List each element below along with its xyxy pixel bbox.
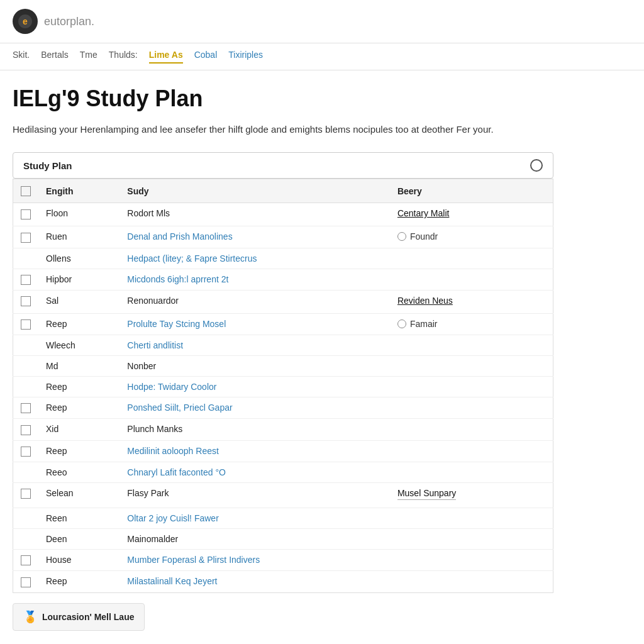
main-content: IELg'9 Study Plan Hedilasing your Herenl… [0, 70, 566, 644]
extra-cell [525, 440, 553, 462]
table-row: HouseMumber Foperasl & Plirst Indivers [13, 550, 553, 571]
sudy-cell[interactable]: Micdonds 6igh:l aprrent 2t [119, 269, 390, 290]
engith-cell: Hipbor [38, 269, 119, 290]
row-checkbox[interactable] [21, 489, 31, 499]
logo-dot: . [91, 15, 94, 28]
dropdown-label: Study Plan [23, 160, 72, 171]
col-header-extra [525, 179, 553, 203]
beery-cell [390, 397, 525, 419]
table-row: MdNonber [13, 356, 553, 377]
table-row: ReepProlulte Tay Stcing MoselFamair [13, 313, 553, 335]
header-checkbox[interactable] [21, 186, 31, 196]
sudy-cell[interactable]: Hodpe: Twidary Coolor [119, 377, 390, 397]
row-checkbox[interactable] [21, 209, 31, 219]
extra-cell [525, 462, 553, 483]
col-header-sudy: Sudy [119, 179, 390, 203]
extra-cell [525, 335, 553, 356]
engith-cell: Reeo [38, 462, 119, 483]
beery-cell [390, 571, 525, 592]
engith-cell: Selean [38, 483, 119, 508]
table-header-row: Engith Sudy Beery [13, 179, 553, 203]
footer-button[interactable]: 🏅 Lourcasion' Mell Laue [13, 603, 145, 631]
row-checkbox[interactable] [21, 296, 31, 306]
extra-cell [525, 397, 553, 419]
nav-item-skit[interactable]: Skit. [13, 50, 30, 64]
table-row: WleechCherti andlitist [13, 335, 553, 356]
table-row: DeenMainomalder [13, 529, 553, 550]
sudy-cell[interactable]: Denal and Prish Manolines [119, 226, 390, 248]
beery-cell[interactable]: Centary Malit [390, 203, 525, 226]
radio-button[interactable] [397, 319, 406, 328]
extra-cell [525, 508, 553, 529]
extra-cell [525, 226, 553, 248]
beery-cell[interactable]: Musel Sunpary [390, 483, 525, 508]
footer-icon: 🏅 [23, 610, 37, 624]
svg-text:e: e [23, 16, 28, 26]
row-checkbox[interactable] [21, 447, 31, 457]
row-checkbox[interactable] [21, 555, 31, 565]
study-plan-table: Engith Sudy Beery FloonRodort MlsCentary… [13, 179, 553, 593]
beery-cell [390, 529, 525, 550]
beery-cell [390, 335, 525, 356]
extra-cell [525, 269, 553, 290]
beery-cell [390, 377, 525, 397]
row-checkbox[interactable] [21, 319, 31, 330]
engith-cell: Sal [38, 290, 119, 313]
beery-cell[interactable]: Foundr [390, 226, 525, 248]
beery-cell[interactable]: Reviden Neus [390, 290, 525, 313]
extra-cell [525, 377, 553, 397]
table-row: HipborMicdonds 6igh:l aprrent 2t [13, 269, 553, 290]
beery-cell [390, 248, 525, 269]
col-header-beery: Beery [390, 179, 525, 203]
extra-cell [525, 248, 553, 269]
sudy-cell[interactable]: Prolulte Tay Stcing Mosel [119, 313, 390, 335]
header: e eutorplan. [0, 0, 644, 43]
sudy-cell[interactable]: Oltar 2 joy Cuisl! Fawer [119, 508, 390, 529]
sudy-cell[interactable]: Hedpact (litey; & Fapre Stirtecrus [119, 248, 390, 269]
radio-button[interactable] [397, 232, 406, 241]
engith-cell: Reep [38, 571, 119, 592]
sudy-cell[interactable]: Cherti andlitist [119, 335, 390, 356]
nav-item-cobal[interactable]: Cobal [194, 50, 218, 64]
nav-item-tixiriples[interactable]: Tixiriples [228, 50, 263, 64]
beery-cell [390, 440, 525, 462]
row-checkbox[interactable] [21, 403, 31, 413]
extra-cell [525, 356, 553, 377]
sudy-cell[interactable]: Milastalinall Keq Jeyert [119, 571, 390, 592]
engith-cell: Reep [38, 440, 119, 462]
nav-item-bertals[interactable]: Bertals [41, 50, 69, 64]
engith-cell: Deen [38, 529, 119, 550]
engith-cell: Reep [38, 313, 119, 335]
table-row: RuenDenal and Prish ManolinesFoundr [13, 226, 553, 248]
col-header-engith: Engith [38, 179, 119, 203]
sudy-cell: Flasy Park [119, 483, 390, 508]
table-row: OllensHedpact (litey; & Fapre Stirtecrus [13, 248, 553, 269]
row-checkbox[interactable] [21, 233, 31, 243]
sudy-cell[interactable]: Medilinit aolooph Reest [119, 440, 390, 462]
table-row: ReeoChnaryl Lafit faconted °O [13, 462, 553, 483]
beery-cell[interactable]: Famair [390, 313, 525, 335]
engith-cell: House [38, 550, 119, 571]
nav-item-thulds[interactable]: Thulds: [109, 50, 138, 64]
nav-item-tme[interactable]: Tme [80, 50, 97, 64]
sudy-cell[interactable]: Chnaryl Lafit faconted °O [119, 462, 390, 483]
logo-name: eutorplan [44, 15, 91, 28]
sudy-cell: Rodort Mls [119, 203, 390, 226]
row-checkbox[interactable] [21, 425, 31, 435]
engith-cell: Wleech [38, 335, 119, 356]
beery-input[interactable]: Musel Sunpary [397, 488, 456, 500]
extra-cell [525, 483, 553, 508]
row-checkbox[interactable] [21, 577, 31, 587]
engith-cell: Reep [38, 397, 119, 419]
nav-item-lime-as[interactable]: Lime As [149, 50, 183, 64]
study-plan-dropdown[interactable]: Study Plan [13, 152, 553, 179]
extra-cell [525, 203, 553, 226]
engith-cell: Ollens [38, 248, 119, 269]
extra-cell [525, 313, 553, 335]
sudy-cell[interactable]: Mumber Foperasl & Plirst Indivers [119, 550, 390, 571]
engith-cell: Reen [38, 508, 119, 529]
sudy-cell[interactable]: Ponshed Siilt, Priecl Gapar [119, 397, 390, 419]
sudy-cell: Renonuardor [119, 290, 390, 313]
sudy-cell: Plunch Manks [119, 419, 390, 440]
row-checkbox[interactable] [21, 275, 31, 285]
